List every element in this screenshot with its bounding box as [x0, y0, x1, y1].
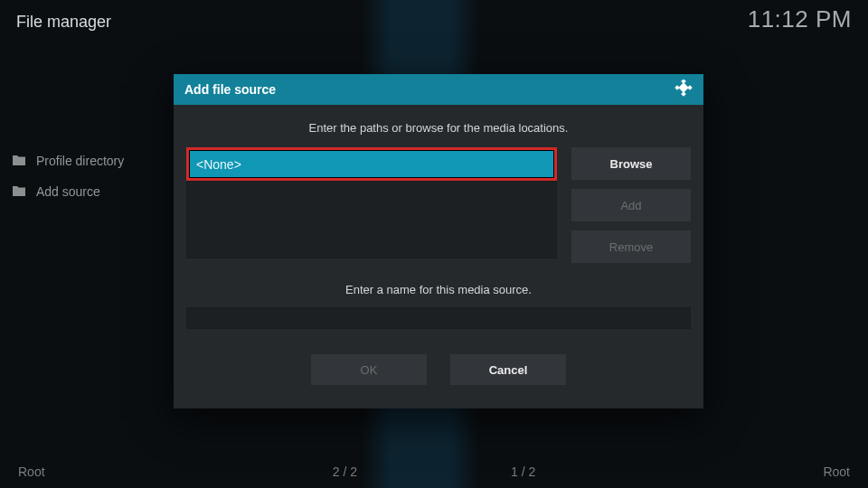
add-source-dialog: Add file source Enter the paths or brows…: [174, 74, 703, 408]
footer-left: Root: [18, 465, 45, 479]
name-instruction: Enter a name for this media source.: [345, 283, 532, 296]
browse-button[interactable]: Browse: [571, 147, 691, 180]
ok-button[interactable]: OK: [311, 354, 427, 385]
page-title: File manager: [16, 13, 111, 32]
footer-right: Root: [823, 465, 850, 479]
dialog-title: Add file source: [184, 82, 276, 97]
clock: 11:12 PM: [748, 5, 852, 33]
path-input-value: <None>: [196, 157, 241, 172]
sidebar-item-profile-directory[interactable]: Profile directory: [13, 154, 166, 168]
paths-instruction: Enter the paths or browse for the media …: [309, 121, 569, 135]
source-name-input[interactable]: [186, 307, 691, 329]
remove-button[interactable]: Remove: [571, 230, 691, 263]
folder-icon: [13, 184, 25, 199]
add-button[interactable]: Add: [571, 189, 691, 221]
footer-counter-right: 1 / 2: [511, 465, 535, 479]
path-input[interactable]: <None>: [186, 147, 557, 181]
cancel-button[interactable]: Cancel: [450, 354, 566, 385]
kodi-logo-icon: [675, 80, 693, 100]
sidebar-item-add-source[interactable]: Add source: [13, 184, 166, 199]
dialog-body: Enter the paths or browse for the media …: [174, 105, 703, 401]
path-list-area[interactable]: [186, 181, 557, 258]
svg-rect-4: [681, 91, 686, 97]
sidebar-item-label: Profile directory: [36, 154, 124, 168]
sidebar: Profile directory Add source: [13, 154, 166, 199]
sidebar-item-label: Add source: [36, 184, 100, 199]
footer-counter-left: 2 / 2: [333, 465, 357, 479]
dialog-titlebar: Add file source: [174, 74, 703, 105]
svg-rect-3: [678, 82, 688, 92]
footer-bar: Root 2 / 2 1 / 2 Root: [0, 465, 868, 479]
folder-icon: [13, 154, 25, 168]
